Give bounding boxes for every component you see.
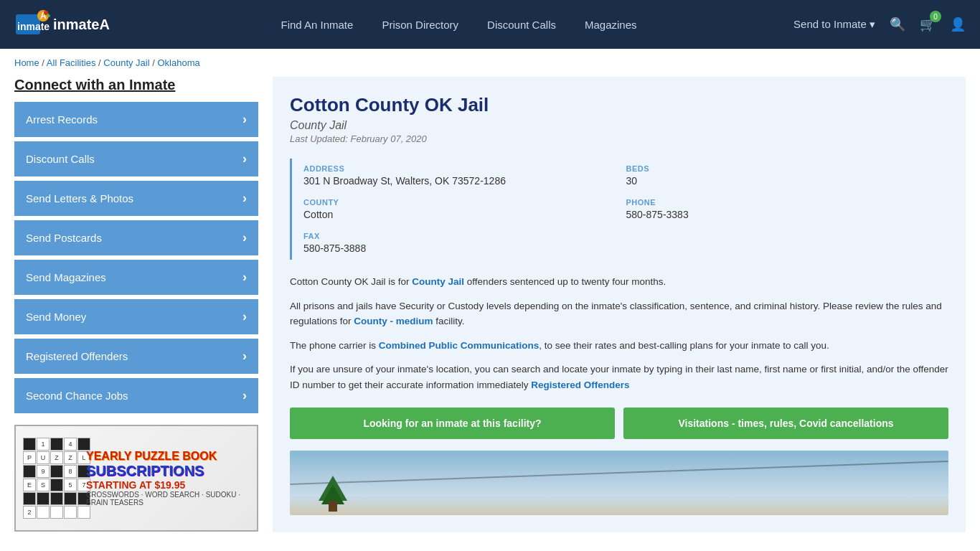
sidebar-btn-send-money[interactable]: Send Money › [14,299,258,334]
sidebar-btn-discount-calls[interactable]: Discount Calls › [14,141,258,176]
logo-text: inmateA [53,17,110,33]
svg-rect-8 [329,501,337,512]
site-header: inmate A inmateA Find An Inmate Prison D… [0,0,980,49]
sidebar-btn-registered-offenders[interactable]: Registered Offenders › [14,339,258,374]
phone-value: 580-875-3383 [626,209,949,220]
sidebar-btn-send-postcards[interactable]: Send Postcards › [14,220,258,255]
fax-block: FAX 580-875-3888 [303,226,626,260]
phone-block: PHONE 580-875-3383 [626,192,949,226]
ad-subtitle: SUBSCRIPTIONS [86,463,250,479]
description-4: If you are unsure of your inmate's locat… [290,362,948,392]
cart-badge: 0 [930,11,941,22]
facility-name: Cotton County OK Jail [290,94,948,116]
arrow-icon: › [242,112,247,127]
arrow-icon: › [242,151,247,166]
logo-icon: inmate A [14,9,50,40]
sidebar-btn-send-letters-label: Send Letters & Photos [26,192,133,204]
wire-decoration [290,461,948,485]
logo[interactable]: inmate A inmateA [14,9,110,40]
sidebar: Connect with an Inmate Arrest Records › … [14,77,258,532]
description-2: All prisons and jails have Security or C… [290,298,948,329]
description-3: The phone carrier is Combined Public Com… [290,338,948,354]
nav-discount-calls[interactable]: Discount Calls [487,19,556,31]
facility-info-grid: ADDRESS 301 N Broadway St, Walters, OK 7… [290,159,948,260]
sidebar-btn-send-postcards-label: Send Postcards [26,232,102,244]
nav-magazines[interactable]: Magazines [585,19,637,31]
arrow-icon: › [242,309,247,324]
sidebar-btn-arrest-records-label: Arrest Records [26,113,98,126]
send-to-inmate-button[interactable]: Send to Inmate ▾ [793,18,875,31]
looking-for-inmate-button[interactable]: Looking for an inmate at this facility? [290,408,615,439]
arrow-icon: › [242,388,247,403]
sidebar-title: Connect with an Inmate [14,77,258,93]
address-value: 301 N Broadway St, Walters, OK 73572-128… [303,175,626,187]
ad-price: STARTING AT $19.95 [86,479,250,491]
tree-decoration [311,472,354,515]
fax-label: FAX [303,232,626,240]
breadcrumb-all-facilities[interactable]: All Facilities [47,57,96,68]
sidebar-btn-discount-calls-label: Discount Calls [26,153,95,165]
beds-block: BEDS 30 [626,159,949,192]
breadcrumb-county-jail[interactable]: County Jail [103,57,149,68]
breadcrumb-oklahoma[interactable]: Oklahoma [157,57,199,68]
registered-offenders-link[interactable]: Registered Offenders [531,380,629,390]
sidebar-btn-arrest-records[interactable]: Arrest Records › [14,102,258,137]
main-layout: Connect with an Inmate Arrest Records › … [0,77,980,547]
action-buttons: Looking for an inmate at this facility? … [290,408,948,439]
beds-label: BEDS [626,164,949,173]
combined-public-link[interactable]: Combined Public Communications [379,340,540,351]
search-icon[interactable]: 🔍 [890,17,905,32]
arrow-icon: › [242,270,247,285]
user-icon[interactable]: 👤 [950,17,966,32]
svg-text:inmate: inmate [17,21,50,32]
cart-wrapper[interactable]: 🛒 0 [920,17,936,32]
header-right: Send to Inmate ▾ 🔍 🛒 0 👤 [793,17,966,32]
arrow-icon: › [242,349,247,364]
county-value: Cotton [303,209,626,220]
county-jail-link[interactable]: County Jail [412,276,464,287]
sidebar-btn-second-chance-jobs-label: Second Chance Jobs [26,390,128,402]
phone-label: PHONE [626,198,949,207]
county-medium-link[interactable]: County - medium [354,316,433,326]
sidebar-btn-send-letters[interactable]: Send Letters & Photos › [14,181,258,216]
breadcrumb: Home / All Facilities / County Jail / Ok… [0,49,980,77]
nav-find-inmate[interactable]: Find An Inmate [281,19,353,31]
description-1: Cotton County OK Jail is for County Jail… [290,274,948,290]
nav-prison-directory[interactable]: Prison Directory [382,19,458,31]
sidebar-btn-send-magazines[interactable]: Send Magazines › [14,260,258,295]
sidebar-advertisement: 14 PUZZL 98 ES57 2 YEARLY PUZZLE BOOK SU… [14,425,258,532]
breadcrumb-home[interactable]: Home [14,57,39,68]
ad-title: YEARLY PUZZLE BOOK [86,450,250,463]
facility-photo [290,451,948,515]
svg-point-4 [44,11,48,15]
facility-last-updated: Last Updated: February 07, 2020 [290,133,948,144]
facility-type: County Jail [290,119,948,132]
sidebar-btn-send-magazines-label: Send Magazines [26,271,106,283]
fax-value: 580-875-3888 [303,242,626,254]
beds-value: 30 [626,175,949,187]
sidebar-btn-second-chance-jobs[interactable]: Second Chance Jobs › [14,378,258,413]
svg-point-5 [47,14,50,17]
arrow-icon: › [242,191,247,206]
arrow-icon: › [242,230,247,245]
county-label: COUNTY [303,198,626,207]
visitations-button[interactable]: Visitations - times, rules, Covid cancel… [623,408,948,439]
main-nav: Find An Inmate Prison Directory Discount… [146,19,772,31]
main-content: Cotton County OK Jail County Jail Last U… [273,77,966,532]
ad-small: CROSSWORDS · WORD SEARCH · SUDOKU · BRAI… [86,491,250,507]
county-block: COUNTY Cotton [303,192,626,226]
sidebar-btn-send-money-label: Send Money [26,311,86,323]
address-block: ADDRESS 301 N Broadway St, Walters, OK 7… [303,159,626,192]
sidebar-btn-registered-offenders-label: Registered Offenders [26,350,128,362]
address-label: ADDRESS [303,164,626,173]
